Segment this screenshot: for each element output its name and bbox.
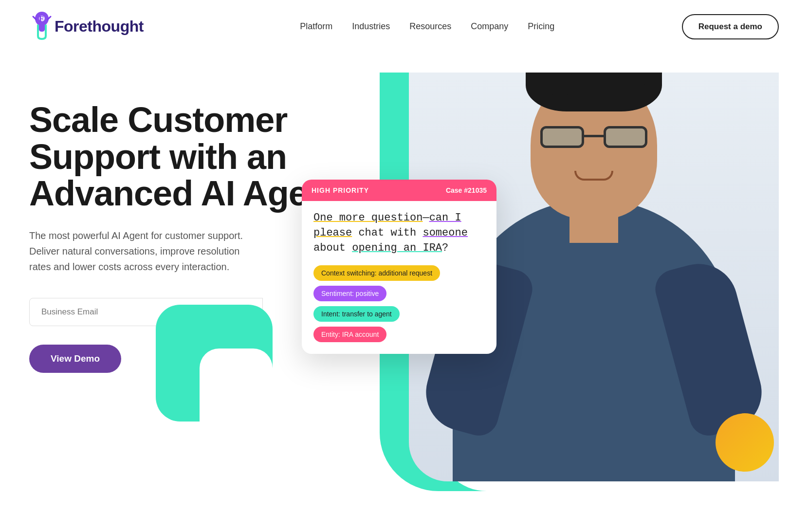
case-label: Case #21035 <box>446 186 487 194</box>
view-demo-button[interactable]: View Demo <box>29 345 121 373</box>
nav-resources[interactable]: Resources <box>409 21 451 32</box>
chat-tags-container: Context switching: additional request Se… <box>313 265 485 342</box>
hero-right: HIGH PRIORITY Case #21035 One more quest… <box>341 73 779 491</box>
nav-pricing[interactable]: Pricing <box>528 21 554 32</box>
msg-someone: someone <box>422 227 467 239</box>
hero-section: Scale Customer Support with an Advanced … <box>0 53 808 491</box>
msg-part2-can: can I <box>429 212 461 224</box>
nav-platform[interactable]: Platform <box>300 21 332 32</box>
chat-card-body: One more question—can I please chat with… <box>302 201 496 354</box>
msg-part1: One more question <box>313 212 422 224</box>
forethought-logo-icon: F <box>29 11 55 42</box>
brand-name: Forethought <box>55 18 144 36</box>
hero-left: Scale Customer Support with an Advanced … <box>29 73 341 373</box>
orange-circle-decoration <box>716 413 774 472</box>
logo-area[interactable]: F Forethought <box>29 11 144 42</box>
teal-decoration <box>156 305 273 422</box>
chat-card-header: HIGH PRIORITY Case #21035 <box>302 180 496 201</box>
msg-chat: chat with <box>358 227 422 239</box>
svg-text:F: F <box>39 15 44 23</box>
nav-links: Platform Industries Resources Company Pr… <box>300 21 554 32</box>
nav-links-container: Platform Industries Resources Company Pr… <box>271 21 554 32</box>
tag-context-switching: Context switching: additional request <box>313 265 440 281</box>
hero-subtitle: The most powerful AI Agent for customer … <box>29 228 263 275</box>
navigation: F Forethought Platform Industries Resour… <box>0 0 808 53</box>
tag-entity: Entity: IRA account <box>313 327 386 342</box>
msg-opening: opening an IRA <box>352 242 442 254</box>
priority-label: HIGH PRIORITY <box>312 186 369 194</box>
request-demo-button[interactable]: Request a demo <box>682 14 779 39</box>
msg-part2-please: please <box>313 227 352 239</box>
tag-sentiment: Sentiment: positive <box>313 286 386 301</box>
nav-right: Request a demo <box>682 14 779 39</box>
hero-title: Scale Customer Support with an Advanced … <box>29 102 341 212</box>
nav-company[interactable]: Company <box>471 21 508 32</box>
chat-message: One more question—can I please chat with… <box>313 211 485 256</box>
chat-card: HIGH PRIORITY Case #21035 One more quest… <box>302 180 496 354</box>
tag-intent: Intent: transfer to agent <box>313 306 400 322</box>
nav-industries[interactable]: Industries <box>352 21 390 32</box>
